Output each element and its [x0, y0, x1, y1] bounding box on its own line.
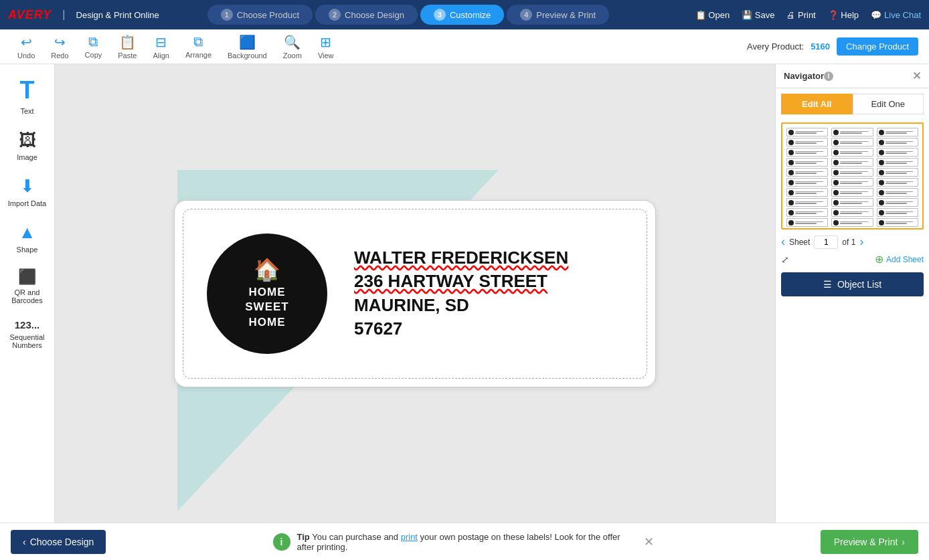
qr-label: QR and Barcodes [7, 288, 48, 304]
sequential-label: Sequential Numbers [7, 333, 48, 349]
step-num-1: 1 [221, 9, 233, 21]
left-sidebar: T Text 🖼 Image ⬇ Import Data ▲ Shape ⬛ Q… [0, 64, 55, 523]
sheet-preview[interactable] [781, 122, 924, 229]
step-choose-product[interactable]: 1 Choose Product [207, 5, 313, 25]
address-name: WALTER FREDERICKSEN [354, 246, 568, 270]
logo-circle[interactable]: 🏠 HOME SWEET HOME [207, 234, 327, 354]
copy-icon: ⧉ [88, 34, 98, 50]
copy-button[interactable]: ⧉ Copy [78, 31, 109, 62]
nav-right: 📋 Open 💾 Save 🖨 Print ❓ Help 💬 Live Chat [695, 10, 921, 20]
step-label-2: Choose Design [345, 10, 404, 20]
edit-buttons: Edit All Edit One [781, 94, 924, 114]
align-button[interactable]: ⊟ Align [146, 31, 175, 62]
sidebar-item-sequential[interactable]: 123... Sequential Numbers [3, 314, 52, 355]
step-choose-design[interactable]: 2 Choose Design [315, 5, 418, 25]
navigator-title: Navigator [784, 71, 824, 81]
paste-button[interactable]: 📋 Paste [111, 31, 143, 62]
paste-icon: 📋 [119, 34, 136, 50]
tip-icon: i [273, 533, 290, 551]
arrange-button[interactable]: ⧉ Arrange [179, 31, 218, 62]
help-button[interactable]: ❓ Help [828, 10, 859, 20]
edit-one-button[interactable]: Edit One [853, 94, 924, 114]
product-number: 5160 [811, 41, 830, 52]
image-label: Image [17, 153, 37, 161]
address-city: MAURINE, SD [354, 294, 568, 317]
redo-button[interactable]: ↪ Redo [44, 31, 75, 62]
undo-label: Undo [17, 52, 35, 60]
expand-icon[interactable]: ⤢ [781, 254, 789, 265]
close-tip-button[interactable]: ✕ [644, 535, 654, 549]
canvas-area[interactable]: 🏠 HOME SWEET HOME WALTER FREDERICKSEN 23… [55, 64, 775, 523]
tip-content: You can purchase and [312, 532, 401, 542]
view-button[interactable]: ⊞ View [311, 31, 341, 62]
live-chat-button[interactable]: 💬 Live Chat [871, 10, 921, 20]
product-label: Avery Product: [747, 41, 804, 52]
arrange-label: Arrange [185, 51, 212, 59]
tip-label: Tip [297, 532, 310, 542]
zoom-icon: 🔍 [284, 34, 301, 50]
sidebar-item-text[interactable]: T Text [3, 71, 52, 120]
nav-divider: | [62, 9, 65, 21]
toolbar: ↩ Undo ↪ Redo ⧉ Copy 📋 Paste ⊟ Align ⧉ A… [0, 29, 929, 64]
redo-icon: ↪ [54, 34, 66, 50]
open-button[interactable]: 📋 Open [695, 10, 730, 20]
sidebar-item-shape[interactable]: ▲ Shape [3, 217, 52, 259]
add-sheet-button[interactable]: Add Sheet [886, 255, 924, 264]
toolbar-right: Avery Product: 5160 Change Product [747, 37, 918, 56]
shape-label: Shape [17, 246, 38, 254]
right-panel: Navigator i ✕ Edit All Edit One [775, 64, 929, 523]
logo-text: HOME SWEET HOME [245, 285, 288, 329]
sequential-icon: 123... [15, 319, 40, 331]
tip-print-link[interactable]: print [401, 532, 418, 542]
sidebar-item-image[interactable]: 🖼 Image [3, 124, 52, 167]
arrange-icon: ⧉ [193, 34, 203, 50]
preview-print-button[interactable]: Preview & Print › [821, 530, 918, 554]
edit-all-button[interactable]: Edit All [781, 94, 853, 114]
sidebar-item-import[interactable]: ⬇ Import Data [3, 171, 52, 213]
step-label-3: Customize [450, 10, 491, 20]
step-customize[interactable]: 3 Customize [420, 5, 504, 25]
close-navigator-button[interactable]: ✕ [912, 70, 921, 82]
text-label: Text [20, 107, 33, 115]
image-icon: 🖼 [19, 130, 36, 151]
avery-logo: AVERY [8, 8, 52, 22]
nav-steps: 1 Choose Product 2 Choose Design 3 Custo… [206, 5, 610, 25]
info-icon[interactable]: i [824, 72, 833, 81]
sheet-number-input[interactable] [814, 236, 838, 249]
add-sheet-icon: ⊕ [875, 253, 883, 266]
import-label: Import Data [8, 199, 46, 207]
sidebar-item-qr[interactable]: ⬛ QR and Barcodes [3, 263, 52, 310]
save-button[interactable]: 💾 Save [742, 10, 774, 20]
qr-icon: ⬛ [18, 268, 36, 286]
align-label: Align [153, 52, 169, 60]
step-num-2: 2 [329, 9, 341, 21]
label-card[interactable]: 🏠 HOME SWEET HOME WALTER FREDERICKSEN 23… [174, 200, 656, 387]
bottom-bar: ‹ Choose Design i Tip You can purchase a… [0, 523, 929, 560]
navigator-header: Navigator i ✕ [776, 64, 929, 88]
step-label-4: Preview & Print [536, 10, 596, 20]
zoom-button[interactable]: 🔍 Zoom [276, 31, 309, 62]
house-icon: 🏠 [254, 257, 280, 282]
view-icon: ⊞ [320, 34, 331, 50]
tip-area: i Tip You can purchase and print your ow… [114, 532, 812, 552]
top-nav: AVERY | Design & Print Online 1 Choose P… [0, 0, 929, 29]
object-list-button[interactable]: ☰ Object List [781, 272, 924, 296]
choose-design-label: Choose Design [30, 537, 94, 547]
next-sheet-button[interactable]: › [859, 235, 863, 249]
change-product-button[interactable]: Change Product [837, 37, 918, 56]
shape-icon: ▲ [19, 222, 36, 243]
step-num-3: 3 [434, 9, 446, 21]
choose-design-button[interactable]: ‹ Choose Design [11, 530, 106, 554]
step-preview-print[interactable]: 4 Preview & Print [507, 5, 609, 25]
redo-label: Redo [51, 52, 68, 60]
copy-label: Copy [85, 51, 102, 59]
prev-sheet-button[interactable]: ‹ [781, 235, 785, 249]
background-button[interactable]: 🟦 Background [221, 31, 274, 62]
import-icon: ⬇ [20, 176, 35, 197]
address-street: 236 HARTWAY STREET [354, 270, 568, 293]
object-list-icon: ☰ [823, 279, 832, 290]
print-button[interactable]: 🖨 Print [786, 10, 815, 20]
label-address: WALTER FREDERICKSEN 236 HARTWAY STREET M… [354, 246, 568, 340]
undo-button[interactable]: ↩ Undo [11, 31, 41, 62]
add-sheet-row: ⤢ ⊕ Add Sheet [776, 252, 929, 267]
